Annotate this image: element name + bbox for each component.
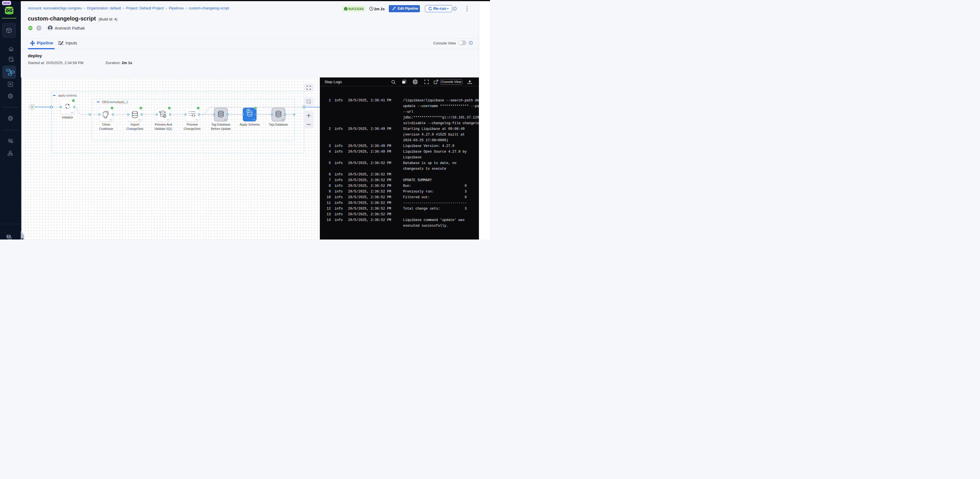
svg-text:Preview And: Preview And [155,123,172,126]
svg-text:apply schema: apply schema [58,94,77,97]
svg-text:Import: Import [130,123,139,126]
svg-text:</>: </> [167,119,169,121]
svg-text:Validate SQL: Validate SQL [154,127,172,130]
svg-text:</>: </> [282,119,284,121]
svg-text:</>: </> [253,119,255,121]
svg-text:Initialize: Initialize [62,116,73,119]
svg-text:Apply Schema: Apply Schema [240,123,260,126]
svg-text:Clone: Clone [102,123,110,126]
svg-text:?: ? [8,235,10,238]
svg-text:</>: </> [109,119,112,121]
svg-text:</>: </> [224,119,227,121]
svg-text:Before Update: Before Update [211,127,231,130]
svg-text:</>: </> [71,111,73,113]
svg-text:Tag Database: Tag Database [211,123,230,126]
svg-text:</>: </> [195,119,198,121]
svg-text:Tag Database: Tag Database [269,123,288,126]
svg-text:Codebase: Codebase [99,127,113,130]
svg-text:DBSchemaApply_1: DBSchemaApply_1 [102,100,128,104]
svg-text:</>: </> [138,119,140,121]
svg-text:ChangeSets: ChangeSets [127,127,144,130]
svg-text:Preview: Preview [187,123,198,126]
svg-text:ChangeSets: ChangeSets [184,127,201,130]
